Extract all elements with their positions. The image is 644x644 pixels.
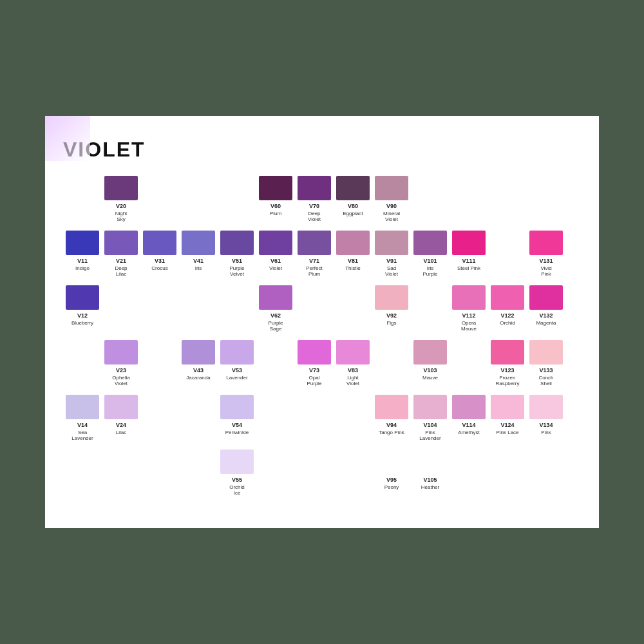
color-v54: V54 Periwinkle [218, 392, 256, 439]
color-v60: V60 Plum [256, 173, 295, 220]
color-v73: V73 OpalPurple [295, 337, 334, 391]
color-v81: V81 Thistle [334, 228, 372, 275]
color-v90: V90 MineralViolet [372, 173, 411, 227]
color-v104: V104 PinkLavender [411, 392, 450, 446]
color-v51: V51 PurpleVelvet [218, 228, 256, 281]
color-v53: V53 Lavender [218, 337, 256, 384]
color-v131: V131 VividPink [527, 228, 565, 281]
color-v134: V134 Pink [527, 392, 565, 439]
color-v80: V80 Eggplant [334, 173, 372, 220]
color-v122: V122 Orchid [488, 283, 527, 330]
color-v61: V61 Violet [256, 228, 295, 275]
color-v11: V11 Indigo [63, 228, 102, 275]
color-v83: V83 LightViolet [334, 337, 372, 391]
color-v124: V124 Pink Lace [488, 392, 527, 439]
color-v114: V114 Amethyst [450, 392, 488, 439]
color-v14: V14 SeaLavender [63, 392, 102, 446]
color-v94: V94 Tango Pink [372, 392, 411, 439]
color-v21: V21 DeepLilac [102, 228, 140, 281]
color-v133: V133 ConchShell [527, 337, 565, 391]
color-v91: V91 SadViolet [372, 228, 411, 281]
color-v112: V112 OperaMauve [450, 283, 488, 336]
color-v92: V92 Figs [372, 283, 411, 330]
color-chart-card: VIOLET V20 NightSky V60 Plum V70 DeepVio… [45, 116, 599, 528]
corner-decoration [45, 116, 90, 161]
color-v132: V132 Magenta [527, 283, 565, 330]
color-v62: V62 PurpleSage [256, 283, 295, 336]
color-v101: V101 IrisPurple [411, 228, 450, 281]
color-v24: V24 Lilac [102, 392, 140, 439]
color-v23: V23 OpheliaViolet [102, 337, 140, 391]
color-v55: V55 OrchidIce [218, 447, 256, 500]
color-v41: V41 Iris [179, 228, 218, 275]
color-v105: V105 Heather [411, 447, 450, 494]
color-v43: V43 Jacaranda [179, 337, 218, 384]
chart-title: VIOLET [63, 138, 581, 162]
color-v71: V71 PerfectPlum [295, 228, 334, 281]
color-v12: V12 Blueberry [63, 283, 102, 330]
color-v123: V123 FrozenRaspberry [488, 337, 527, 391]
color-v103: V103 Mauve [411, 337, 450, 384]
color-v70: V70 DeepViolet [295, 173, 334, 227]
color-v111: V111 Steel Pink [450, 228, 488, 275]
color-v31: V31 Crocus [140, 228, 179, 275]
color-v95: V95 Peony [372, 447, 411, 494]
color-v20: V20 NightSky [102, 173, 140, 227]
